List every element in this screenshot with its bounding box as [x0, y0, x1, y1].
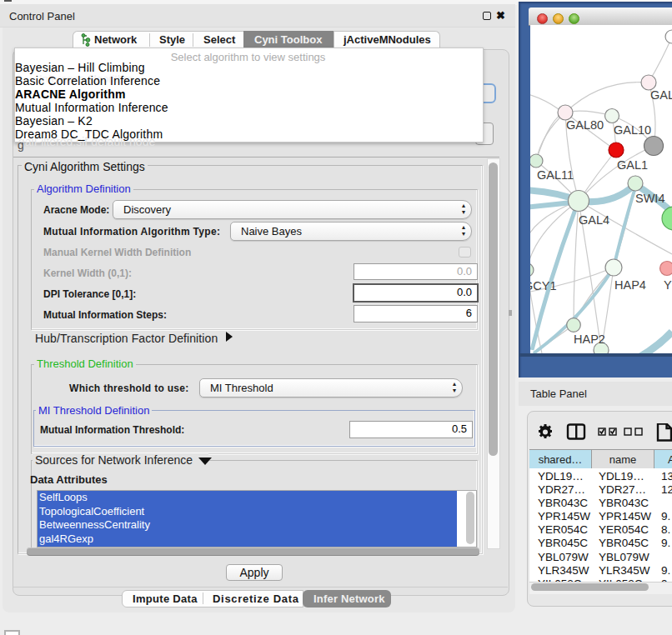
svg-text:GAL11: GAL11	[537, 168, 574, 182]
svg-text:Y: Y	[664, 278, 672, 292]
svg-text:GAL: GAL	[650, 88, 672, 102]
svg-text:HAP2: HAP2	[574, 332, 605, 346]
svg-text:GAL80: GAL80	[566, 118, 604, 132]
svg-text:GAL10: GAL10	[614, 123, 651, 137]
svg-text:GAL4: GAL4	[579, 213, 609, 227]
svg-text:HAP4: HAP4	[614, 278, 646, 292]
svg-text:GCY1: GCY1	[530, 279, 557, 292]
svg-text:SWI4: SWI4	[635, 192, 664, 205]
svg-text:GAL1: GAL1	[617, 158, 648, 172]
